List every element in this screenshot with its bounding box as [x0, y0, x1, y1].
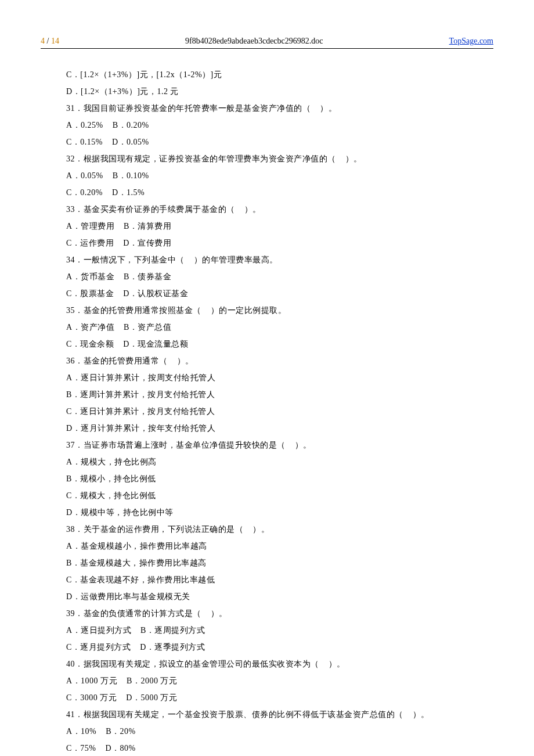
document-page: 4 / 14 9f8b4028ede9abdeaeb3cdecbc296982.…	[0, 0, 534, 756]
body-line: C．基金表现越不好，操作费用比率越低	[66, 571, 493, 588]
body-line: 33．基金买卖有价证券的手续费属于基金的（ ）。	[66, 201, 493, 218]
body-line: C．75% D．80%	[66, 740, 493, 756]
header-site-link[interactable]: TopSage.com	[449, 35, 493, 47]
body-line: A．逐日提列方式 B．逐周提列方式	[66, 622, 493, 639]
body-line: B．逐周计算并累计，按月支付给托管人	[66, 386, 493, 403]
body-line: A．货币基金 B．债券基金	[66, 268, 493, 285]
body-line: 40．据我国现有关规定，拟设立的基金管理公司的最低实收资本为（ ）。	[66, 656, 493, 672]
body-line: 38．关于基金的运作费用，下列说法正确的是（ ）。	[66, 521, 493, 538]
body-line: D．运做费用比率与基金规模无关	[66, 588, 493, 605]
body-line: B．基金规模越大，操作费用比率越高	[66, 555, 493, 571]
page-total: 14	[51, 37, 59, 45]
body-line: A．0.05% B．0.10%	[66, 167, 493, 184]
body-line: A．规模大，持仓比例高	[66, 453, 493, 470]
body-line: A．资产净值 B．资产总值	[66, 319, 493, 336]
body-line: C．运作费用 D．宣传费用	[66, 235, 493, 251]
body-line: B．规模小，持仓比例低	[66, 470, 493, 487]
page-current: 4	[41, 37, 45, 45]
body-line: C．规模大，持仓比例低	[66, 487, 493, 504]
body-line: A．0.25% B．0.20%	[66, 117, 493, 134]
body-line: D．[1.2×（1+3%）]元，1.2 元	[66, 83, 493, 100]
body-line: C．现金余额 D．现金流量总额	[66, 336, 493, 352]
body-line: A．10% B．20%	[66, 723, 493, 740]
body-line: C．[1.2×（1+3%）]元，[1.2x（1-2%）]元	[66, 66, 493, 83]
body-line: A．管理费用 B．清算费用	[66, 218, 493, 235]
body-line: 39．基金的负债通常的计算方式是（ ）。	[66, 605, 493, 622]
body-line: A．逐日计算并累计，按周支付给托管人	[66, 369, 493, 386]
body-line: 37．当证券市场普遍上涨时，基金单位净值提升较快的是（ ）。	[66, 437, 493, 453]
page-header: 4 / 14 9f8b4028ede9abdeaeb3cdecbc296982.…	[41, 35, 493, 49]
body-line: 31．我国目前证券投资基金的年托管费率一般是基金资产净值的（ ）。	[66, 100, 493, 117]
body-line: C．逐日计算并累计，按月支付给托管人	[66, 403, 493, 420]
body-line: D．规模中等，持仓比例中等	[66, 504, 493, 521]
page-sep: /	[45, 37, 51, 45]
body-line: 34．一般情况下，下列基金中（ ）的年管理费率最高。	[66, 251, 493, 268]
body-line: C．3000 万元 D．5000 万元	[66, 689, 493, 706]
body-line: A．1000 万元 B．2000 万元	[66, 672, 493, 689]
page-number: 4 / 14	[41, 35, 59, 47]
body-line: 35．基金的托管费用通常按照基金（ ）的一定比例提取。	[66, 302, 493, 319]
body-line: A．基金规模越小，操作费用比率越高	[66, 538, 493, 555]
body-line: 36．基金的托管费用通常（ ）。	[66, 352, 493, 369]
body-line: 32．根据我国现有规定，证券投资基金的年管理费率为资金资产净值的（ ）。	[66, 150, 493, 167]
body-line: D．逐月计算并累计，按年支付给托管人	[66, 420, 493, 437]
body-line: 41．根据我国现有关规定，一个基金投资于股票、债券的比例不得低于该基金资产总值的…	[66, 706, 493, 723]
body-line: C．0.20% D．1.5%	[66, 184, 493, 201]
body-line: C．股票基金 D．认股权证基金	[66, 285, 493, 302]
body-line: C．0.15% D．0.05%	[66, 134, 493, 150]
header-filename: 9f8b4028ede9abdeaeb3cdecbc296982.doc	[59, 35, 449, 47]
document-body: C．[1.2×（1+3%）]元，[1.2x（1-2%）]元 D．[1.2×（1+…	[41, 66, 493, 756]
body-line: C．逐月提列方式 D．逐季提列方式	[66, 639, 493, 656]
